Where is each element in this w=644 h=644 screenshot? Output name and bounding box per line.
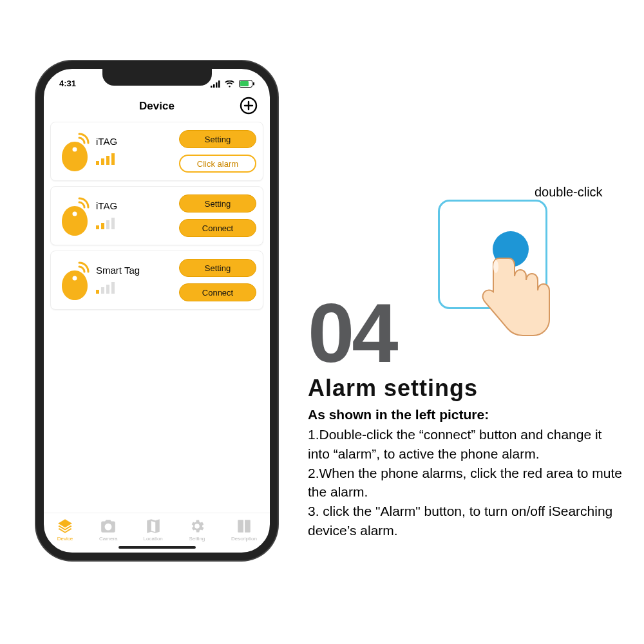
svg-rect-5 (240, 81, 249, 86)
svg-rect-9 (96, 161, 99, 165)
signal-icon (211, 80, 221, 88)
tab-device[interactable]: Device (57, 518, 73, 542)
illus-label: double-click (535, 185, 603, 200)
device-card: Smart Tag Setting Connect (50, 251, 263, 310)
setting-button[interactable]: Setting (179, 259, 256, 277)
tag-icon (55, 129, 95, 174)
svg-point-23 (493, 260, 498, 273)
camera-icon (100, 518, 117, 535)
svg-point-13 (73, 212, 77, 216)
step-number: 04 (308, 291, 396, 375)
tab-label: Description (231, 536, 257, 542)
svg-rect-17 (111, 218, 115, 229)
nav-bar: Device (44, 92, 270, 120)
device-name: iTAG (96, 200, 179, 211)
svg-point-8 (73, 147, 77, 152)
device-card: iTAG Setting Click alarm (50, 122, 263, 181)
tag-icon (55, 258, 95, 303)
device-card: iTAG Setting Connect (50, 186, 263, 245)
tab-label: Camera (99, 536, 117, 542)
svg-rect-14 (96, 225, 99, 229)
setting-button[interactable]: Setting (179, 194, 256, 213)
device-name: iTAG (96, 136, 179, 147)
svg-rect-0 (211, 86, 213, 88)
svg-rect-16 (106, 220, 109, 229)
step-line-1: 1.Double-click the “connect” button and … (308, 425, 623, 464)
svg-rect-15 (101, 223, 104, 229)
phone-screen: 4:31 Device iTAG (44, 69, 270, 553)
svg-rect-2 (216, 82, 218, 88)
battery-icon (239, 80, 254, 88)
connect-button[interactable]: Connect (179, 219, 256, 237)
signal-strength-icon (96, 282, 119, 294)
svg-rect-12 (111, 153, 115, 165)
page-title: Device (139, 100, 175, 113)
home-indicator (118, 546, 196, 549)
plus-icon (239, 96, 258, 115)
tab-description[interactable]: Description (231, 518, 257, 542)
svg-rect-6 (253, 82, 254, 86)
tag-icon (55, 193, 95, 238)
book-icon (236, 518, 252, 535)
gear-icon (189, 518, 205, 535)
click-alarm-button[interactable]: Click alarm (179, 155, 256, 173)
phone-frame: 4:31 Device iTAG (36, 61, 278, 560)
signal-strength-icon (96, 218, 119, 229)
tab-label: Setting (189, 536, 205, 542)
layers-icon (57, 518, 73, 535)
signal-strength-icon (96, 153, 119, 165)
tab-label: Device (57, 536, 73, 542)
add-device-button[interactable] (239, 96, 258, 115)
tab-camera[interactable]: Camera (99, 518, 117, 542)
step-title: Alarm settings (308, 375, 478, 402)
tab-label: Location (144, 536, 163, 542)
double-click-illustration (438, 200, 547, 309)
wifi-icon (225, 80, 234, 88)
device-list: iTAG Setting Click alarm iTAG Sett (44, 120, 270, 311)
step-body: 1.Double-click the “connect” button and … (308, 425, 623, 540)
hand-pointer-icon (464, 248, 561, 345)
tab-setting[interactable]: Setting (189, 518, 205, 542)
svg-rect-1 (213, 84, 215, 88)
tab-location[interactable]: Location (144, 518, 163, 542)
svg-rect-22 (111, 282, 115, 294)
status-time: 4:31 (59, 79, 76, 88)
step-line-2: 2.When the phone alarms, click the red a… (308, 464, 623, 502)
map-icon (145, 518, 162, 535)
svg-rect-11 (106, 156, 109, 165)
step-line-3: 3. click the "Alarm" button, to turn on/… (308, 502, 623, 540)
setting-button[interactable]: Setting (179, 130, 256, 148)
svg-rect-3 (218, 80, 220, 88)
phone-notch (102, 68, 212, 86)
step-subtitle: As shown in the left picture: (308, 407, 489, 422)
svg-rect-20 (101, 287, 104, 294)
connect-button[interactable]: Connect (179, 283, 256, 301)
status-right (209, 79, 254, 88)
svg-point-18 (73, 276, 77, 281)
svg-rect-10 (101, 158, 104, 165)
svg-rect-21 (106, 285, 109, 294)
svg-rect-19 (96, 290, 99, 294)
device-name: Smart Tag (96, 265, 179, 276)
